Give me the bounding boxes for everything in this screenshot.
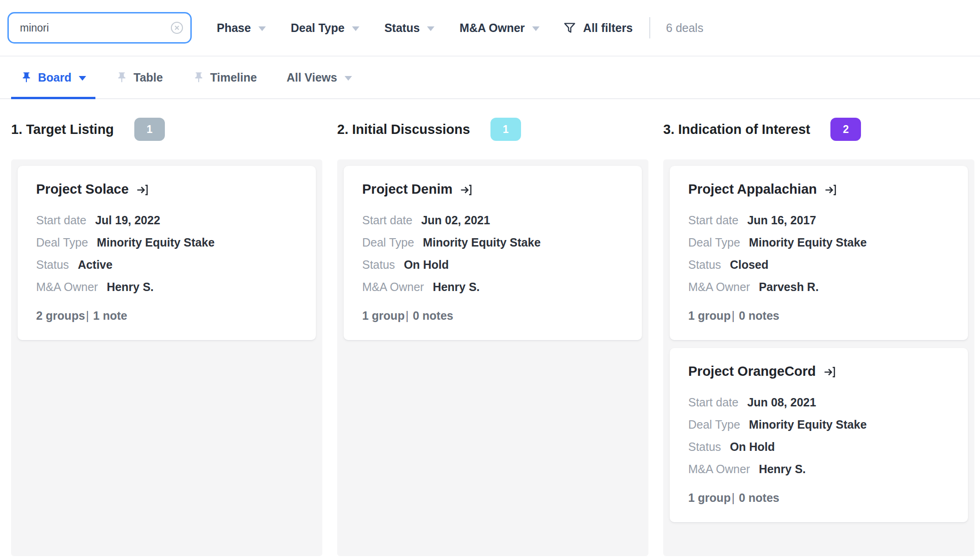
card-footer: 2 groups|1 note	[36, 309, 297, 323]
chevron-down-icon	[79, 76, 86, 81]
pin-icon	[193, 71, 205, 83]
filter-deal-type[interactable]: Deal Type	[291, 21, 359, 35]
groups-count: 2 groups	[36, 309, 85, 322]
field-deal-type: Deal TypeMinority Equity Stake	[688, 413, 949, 436]
filter-ma-owner-label: M&A Owner	[459, 21, 525, 35]
footer-separator: |	[406, 309, 409, 322]
tab-all-views[interactable]: All Views	[277, 57, 361, 98]
board-column-target-listing: 1. Target Listing 1 Project Solace Start…	[11, 99, 322, 556]
board-column-indication-of-interest: 3. Indication of Interest 2 Project Appa…	[663, 99, 974, 556]
open-deal-icon[interactable]	[823, 183, 837, 197]
column-count-badge: 1	[490, 118, 521, 141]
board-column-initial-discussions: 2. Initial Discussions 1 Project Denim S…	[337, 99, 648, 556]
column-header: 3. Indication of Interest 2	[663, 99, 974, 159]
open-deal-icon[interactable]	[459, 183, 473, 197]
tab-board-label: Board	[38, 71, 71, 84]
field-start-date: Start dateJun 02, 2021	[362, 209, 623, 231]
notes-count: 1 note	[93, 309, 127, 322]
tab-table-label: Table	[133, 71, 163, 84]
filter-phase-label: Phase	[217, 21, 251, 35]
tab-timeline[interactable]: Timeline	[183, 57, 266, 98]
deal-title: Project Solace	[36, 182, 129, 197]
filter-bar: Phase Deal Type Status M&A Owner All fil…	[0, 0, 980, 56]
filter-deal-type-label: Deal Type	[291, 21, 345, 35]
field-start-date: Start dateJun 08, 2021	[688, 391, 949, 413]
column-title: 2. Initial Discussions	[337, 122, 470, 137]
field-status: StatusOn Hold	[362, 253, 623, 276]
field-ma-owner: M&A OwnerHenry S.	[36, 276, 297, 298]
chevron-down-icon	[532, 26, 540, 31]
column-count-badge: 2	[830, 118, 861, 141]
column-body: Project Denim Start dateJun 02, 2021 Dea…	[337, 159, 648, 556]
search-input[interactable]	[7, 12, 192, 44]
deal-card[interactable]: Project Appalachian Start dateJun 16, 20…	[670, 166, 968, 340]
deal-count: 6 deals	[666, 21, 704, 35]
all-filters-label: All filters	[583, 21, 633, 35]
filter-status[interactable]: Status	[384, 21, 434, 35]
notes-count: 0 notes	[739, 309, 779, 322]
filter-status-label: Status	[384, 21, 420, 35]
groups-count: 1 group	[688, 491, 731, 504]
card-footer: 1 group|0 notes	[362, 309, 623, 323]
tab-all-views-label: All Views	[287, 71, 337, 84]
card-footer: 1 group|0 notes	[688, 309, 949, 323]
card-footer: 1 group|0 notes	[688, 491, 949, 505]
funnel-icon	[563, 21, 577, 35]
open-deal-icon[interactable]	[135, 183, 149, 197]
column-title: 1. Target Listing	[11, 122, 114, 137]
view-tab-bar: Board Table Timeline All Views	[0, 56, 980, 99]
notes-count: 0 notes	[739, 491, 779, 504]
deal-card[interactable]: Project OrangeCord Start dateJun 08, 202…	[670, 348, 968, 522]
open-deal-icon[interactable]	[823, 365, 836, 379]
field-status: StatusClosed	[688, 253, 949, 276]
chevron-down-icon	[352, 26, 359, 31]
column-body: Project Appalachian Start dateJun 16, 20…	[663, 159, 974, 556]
deal-title: Project OrangeCord	[688, 364, 816, 379]
field-status: StatusOn Hold	[688, 436, 949, 458]
tab-table[interactable]: Table	[107, 57, 172, 98]
chevron-down-icon	[345, 76, 352, 81]
groups-count: 1 group	[688, 309, 731, 322]
field-deal-type: Deal TypeMinority Equity Stake	[362, 231, 623, 253]
all-filters-button[interactable]: All filters	[563, 21, 633, 35]
column-header: 2. Initial Discussions 1	[337, 99, 648, 159]
filter-phase[interactable]: Phase	[217, 21, 266, 35]
footer-separator: |	[732, 491, 735, 504]
footer-separator: |	[732, 309, 735, 322]
deal-card[interactable]: Project Denim Start dateJun 02, 2021 Dea…	[344, 166, 642, 340]
deal-title: Project Denim	[362, 182, 452, 197]
tab-timeline-label: Timeline	[210, 71, 257, 84]
column-body: Project Solace Start dateJul 19, 2022 De…	[11, 159, 322, 556]
filter-ma-owner[interactable]: M&A Owner	[459, 21, 540, 35]
column-count-badge: 1	[134, 118, 165, 141]
pin-icon	[116, 71, 128, 83]
tab-board[interactable]: Board	[11, 57, 95, 98]
groups-count: 1 group	[362, 309, 405, 322]
deal-card[interactable]: Project Solace Start dateJul 19, 2022 De…	[18, 166, 316, 340]
footer-separator: |	[86, 309, 89, 322]
column-title: 3. Indication of Interest	[663, 122, 810, 137]
field-deal-type: Deal TypeMinority Equity Stake	[688, 231, 949, 253]
deal-title: Project Appalachian	[688, 182, 817, 197]
field-ma-owner: M&A OwnerParvesh R.	[688, 276, 949, 298]
field-start-date: Start dateJul 19, 2022	[36, 209, 297, 231]
field-start-date: Start dateJun 16, 2017	[688, 209, 949, 231]
column-header: 1. Target Listing 1	[11, 99, 322, 159]
field-status: StatusActive	[36, 253, 297, 276]
kanban-board: 1. Target Listing 1 Project Solace Start…	[0, 99, 980, 556]
divider	[649, 17, 650, 38]
chevron-down-icon	[258, 26, 266, 31]
notes-count: 0 notes	[413, 309, 453, 322]
field-ma-owner: M&A OwnerHenry S.	[362, 276, 623, 298]
chevron-down-icon	[427, 26, 434, 31]
pin-icon	[20, 71, 32, 83]
search-box[interactable]	[7, 12, 192, 44]
clear-search-icon[interactable]	[170, 20, 184, 35]
field-ma-owner: M&A OwnerHenry S.	[688, 458, 949, 480]
field-deal-type: Deal TypeMinority Equity Stake	[36, 231, 297, 253]
